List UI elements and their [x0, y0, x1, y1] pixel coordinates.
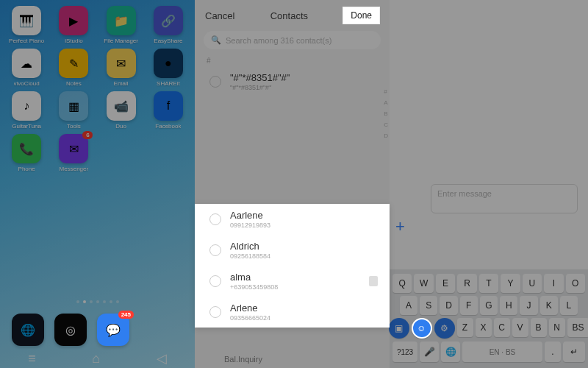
page-dot[interactable]: [76, 300, 79, 303]
key-y[interactable]: Y: [501, 274, 520, 293]
key-q[interactable]: Q: [392, 274, 412, 293]
symbols-key[interactable]: ?123: [392, 342, 417, 362]
shareit-icon: ●: [154, 49, 183, 78]
page-dot[interactable]: [116, 300, 119, 303]
app-istudio[interactable]: ▶iStudio: [50, 6, 97, 44]
contact-row[interactable]: "#"*#8351#"#" "#"*#8351#"#": [195, 66, 390, 97]
radio-unchecked-icon[interactable]: [209, 306, 221, 318]
index-D[interactable]: D: [384, 132, 388, 139]
search-placeholder: Search among 316 contact(s): [226, 36, 331, 45]
key-x[interactable]: X: [476, 318, 492, 337]
app-duo[interactable]: 📹Duo: [98, 91, 145, 130]
key-r[interactable]: R: [457, 274, 476, 293]
page-dot[interactable]: [83, 300, 86, 303]
key-h[interactable]: H: [500, 296, 517, 315]
key-g[interactable]: G: [480, 296, 498, 315]
app-easyshare[interactable]: 🔗EasyShare: [145, 6, 192, 44]
duo-icon: 📹: [107, 91, 136, 121]
voice-key-icon[interactable]: 🎤: [420, 342, 439, 362]
key-z[interactable]: Z: [457, 318, 473, 337]
globe-key-icon[interactable]: 🌐: [441, 342, 460, 362]
page-dot[interactable]: [110, 300, 112, 303]
key-s[interactable]: S: [420, 296, 437, 315]
key-e[interactable]: E: [436, 274, 455, 293]
key-a[interactable]: A: [400, 296, 417, 315]
radio-unchecked-icon[interactable]: [209, 76, 221, 88]
key-l[interactable]: L: [560, 296, 578, 315]
key-n[interactable]: N: [549, 318, 565, 337]
contact-row[interactable]: Arlene 09356665024: [195, 297, 390, 328]
contacts-search[interactable]: 🔍 Search among 316 contact(s): [204, 31, 381, 49]
easyshare-icon: 🔗: [154, 6, 183, 35]
camera-icon: ◎: [54, 314, 87, 346]
compose-area: Enter message +: [390, 0, 588, 269]
done-button[interactable]: Done: [343, 7, 379, 24]
space-key[interactable]: EN · BS: [462, 342, 542, 362]
app-label: GuitarTuna: [12, 123, 41, 130]
app-vivocloud[interactable]: ☁vivoCloud: [3, 49, 50, 87]
app-file-manager[interactable]: 📁File Manager: [98, 6, 145, 44]
key-v[interactable]: V: [512, 318, 528, 337]
contact-row[interactable]: Aarlene 09912919893: [195, 204, 390, 235]
app-tools[interactable]: ▦Tools: [50, 91, 97, 130]
app-label: EasyShare: [154, 38, 182, 44]
backspace-key[interactable]: BS: [567, 318, 589, 337]
app-phone[interactable]: 📞Phone: [3, 134, 50, 172]
enter-key[interactable]: ↵: [563, 342, 585, 362]
nav-recent-icon[interactable]: ≡: [28, 352, 36, 365]
key-u[interactable]: U: [523, 274, 542, 293]
index-B[interactable]: B: [384, 110, 388, 117]
nav-home-icon[interactable]: ⌂: [92, 352, 100, 365]
key-d[interactable]: D: [440, 296, 457, 315]
page-dot[interactable]: [96, 300, 99, 303]
radio-unchecked-icon[interactable]: [209, 244, 221, 256]
key-b[interactable]: B: [531, 318, 547, 337]
emoji-key-icon[interactable]: ☺: [412, 318, 432, 339]
app-perfect-piano[interactable]: 🎹Perfect Piano: [3, 6, 50, 44]
radio-unchecked-icon[interactable]: [209, 213, 221, 225]
notes-icon: ✎: [59, 49, 88, 78]
contact-footer-hint: Bal.Inquiry: [224, 355, 262, 364]
app-label: Perfect Piano: [9, 38, 44, 44]
app-email[interactable]: ✉Email: [98, 49, 145, 87]
app-label: Facebook: [155, 123, 181, 130]
browser-icon: 🌐: [12, 314, 44, 346]
radio-unchecked-icon[interactable]: [209, 275, 221, 287]
key-w[interactable]: W: [414, 274, 433, 293]
app-facebook[interactable]: fFacebook: [145, 91, 192, 130]
contact-row[interactable]: Aldrich 09256188584: [195, 235, 390, 266]
app-guitartuna[interactable]: ♪GuitarTuna: [3, 91, 50, 130]
index-A[interactable]: A: [384, 99, 388, 106]
key-k[interactable]: K: [540, 296, 558, 315]
contact-row[interactable]: alma +639053459808: [195, 266, 390, 297]
app-shareit[interactable]: ●SHAREit: [145, 49, 192, 87]
dock-browser[interactable]: 🌐: [12, 314, 44, 346]
page-dot[interactable]: [103, 300, 106, 303]
key-c[interactable]: C: [494, 318, 510, 337]
add-attachment-button[interactable]: +: [395, 217, 405, 236]
key-t[interactable]: T: [479, 274, 498, 293]
nav-back-icon[interactable]: ◁: [157, 352, 167, 365]
contacts-title: Contacts: [270, 10, 308, 21]
cancel-button[interactable]: Cancel: [205, 10, 234, 21]
page-dot[interactable]: [90, 300, 93, 303]
perfect-piano-icon: 🎹: [12, 6, 41, 35]
picture-key-icon[interactable]: ▣: [389, 318, 409, 339]
alpha-index[interactable]: #ABCD: [384, 88, 388, 139]
app-notes[interactable]: ✎Notes: [50, 49, 97, 87]
period-key[interactable]: .: [545, 342, 561, 362]
key-j[interactable]: J: [520, 296, 537, 315]
search-icon: 🔍: [211, 35, 221, 45]
settings-key-icon[interactable]: ⚙: [434, 318, 455, 339]
index-#[interactable]: #: [384, 88, 388, 95]
index-C[interactable]: C: [384, 121, 388, 128]
dock-messages[interactable]: 💬245: [97, 314, 129, 346]
app-messenger[interactable]: ✉6Messenger: [50, 134, 97, 172]
istudio-icon: ▶: [59, 6, 88, 35]
phone-icon: 📞: [12, 134, 41, 163]
key-f[interactable]: F: [460, 296, 478, 315]
dock-camera[interactable]: ◎: [54, 314, 87, 346]
key-o[interactable]: O: [566, 274, 585, 293]
message-input[interactable]: Enter message: [431, 184, 578, 213]
key-i[interactable]: I: [544, 274, 563, 293]
